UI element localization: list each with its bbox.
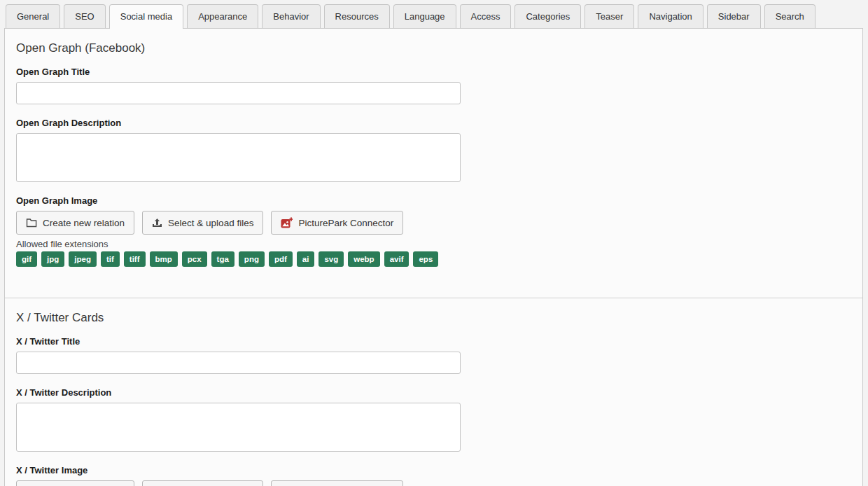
file-extension-badge: ai (297, 251, 315, 267)
tab-resources[interactable]: Resources (324, 4, 390, 28)
create-new-relation-button[interactable]: Create new relation (16, 480, 134, 486)
twitter-title-field: X / Twitter Title (16, 336, 851, 374)
allowed-file-extensions-label: Allowed file extensions (16, 239, 851, 249)
twitter-section-title: X / Twitter Cards (16, 311, 851, 325)
twitter-title-label: X / Twitter Title (16, 336, 851, 347)
select-upload-files-button[interactable]: Select & upload files (142, 211, 263, 235)
picturepark-connector-button[interactable]: PicturePark Connector (271, 480, 403, 486)
file-extension-badge: pcx (182, 251, 207, 267)
select-upload-files-button[interactable]: Select & upload files (142, 480, 263, 486)
file-extension-badge: png (239, 251, 265, 267)
open-graph-title-field: Open Graph Title (16, 67, 851, 104)
tab-behavior[interactable]: Behavior (262, 4, 320, 28)
allowed-file-extensions-list: gif jpg jpeg tif tiff bmp pcx tga png pd… (16, 251, 851, 267)
twitter-description-field: X / Twitter Description (16, 387, 851, 452)
twitter-image-label: X / Twitter Image (16, 465, 851, 475)
open-graph-description-textarea[interactable] (16, 133, 461, 182)
file-extension-badge: tif (101, 251, 120, 267)
open-graph-image-buttons: Create new relation Select & upload file… (16, 211, 851, 235)
folder-icon (26, 218, 37, 228)
twitter-image-buttons: Create new relation Select & upload file… (16, 480, 851, 486)
file-extension-badge: tga (211, 251, 234, 267)
section-open-graph: Open Graph (Facebook) Open Graph Title O… (5, 41, 862, 298)
tab-access[interactable]: Access (460, 4, 512, 28)
file-extension-badge: svg (318, 251, 344, 267)
file-extension-badge: gif (16, 251, 37, 267)
tab-teaser[interactable]: Teaser (584, 4, 634, 28)
open-graph-description-label: Open Graph Description (16, 118, 851, 128)
file-extension-badge: jpg (41, 251, 64, 267)
tab-sidebar[interactable]: Sidebar (707, 4, 761, 28)
twitter-description-textarea[interactable] (16, 403, 461, 452)
twitter-title-input[interactable] (16, 352, 461, 374)
picturepark-icon (281, 217, 293, 228)
tab-seo[interactable]: SEO (64, 4, 105, 28)
open-graph-description-field: Open Graph Description (16, 118, 851, 182)
upload-icon (152, 218, 162, 228)
open-graph-title-label: Open Graph Title (16, 67, 851, 77)
tab-social-media[interactable]: Social media (109, 4, 183, 29)
file-extension-badge: bmp (150, 251, 178, 267)
tab-appearance[interactable]: Appearance (187, 4, 258, 28)
file-extension-badge: webp (348, 251, 379, 267)
twitter-image-field: X / Twitter Image Create new relation (16, 465, 851, 486)
tab-categories[interactable]: Categories (514, 4, 581, 28)
open-graph-section-title: Open Graph (Facebook) (16, 41, 851, 55)
create-new-relation-button[interactable]: Create new relation (16, 211, 134, 235)
open-graph-image-field: Open Graph Image Create new relation (16, 195, 851, 267)
file-extension-badge: eps (413, 251, 438, 267)
file-extension-badge: avif (384, 251, 410, 267)
picturepark-connector-button[interactable]: PicturePark Connector (271, 211, 403, 235)
tab-general[interactable]: General (6, 4, 60, 28)
file-extension-badge: jpeg (69, 251, 97, 267)
file-extension-badge: pdf (269, 251, 293, 267)
twitter-description-label: X / Twitter Description (16, 387, 851, 398)
tab-language[interactable]: Language (393, 4, 456, 28)
open-graph-title-input[interactable] (16, 82, 461, 104)
tab-search[interactable]: Search (764, 4, 816, 28)
select-upload-files-label: Select & upload files (168, 218, 253, 228)
picturepark-connector-label: PicturePark Connector (298, 218, 393, 228)
file-extension-badge: tiff (124, 251, 146, 267)
open-graph-image-label: Open Graph Image (16, 195, 851, 206)
create-new-relation-label: Create new relation (43, 218, 125, 228)
section-twitter-cards: X / Twitter Cards X / Twitter Title X / … (5, 298, 862, 486)
tab-content-panel: Open Graph (Facebook) Open Graph Title O… (4, 28, 863, 486)
tab-navigation[interactable]: Navigation (638, 4, 703, 28)
form-tab-bar: General SEO Social media Appearance Beha… (0, 0, 868, 28)
